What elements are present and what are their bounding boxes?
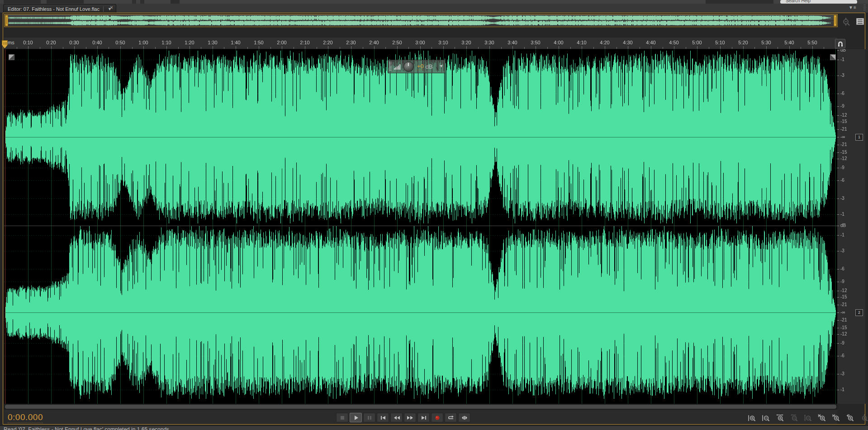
channel-1-button[interactable]: 1 [855, 134, 863, 141]
amplitude-scale[interactable]: dB-1-3-6-9-12-15-21-∞-21-15-12-9-6-3-11d… [837, 49, 865, 404]
db-tick [837, 356, 839, 356]
zoom-out-amplitude-button[interactable] [760, 413, 771, 422]
db-tick [837, 312, 839, 313]
ruler-label: 0:30 [67, 40, 81, 45]
db-label: dB [840, 49, 846, 52]
db-label: -21 [840, 302, 847, 307]
zoom-in-time-button[interactable] [774, 413, 785, 422]
playhead-line[interactable] [5, 49, 5, 404]
toolbar-icon[interactable] [140, 0, 144, 4]
ruler-label: 4:10 [575, 40, 588, 45]
pause-button[interactable] [363, 413, 375, 422]
ruler-label: 5:10 [713, 40, 727, 45]
audition-editor-window: Search Help Editor: 07. Faithless - Not … [0, 0, 868, 430]
snap-magnet-button[interactable] [835, 39, 845, 48]
zoom-to-selection-button[interactable] [844, 413, 855, 422]
zoom-at-out-point-button[interactable] [830, 413, 841, 422]
scrollbar-thumb[interactable] [5, 405, 836, 409]
overview-range-handle-right[interactable] [834, 15, 837, 26]
overview-strip[interactable] [4, 14, 838, 27]
db-tick [837, 129, 839, 130]
ruler-label: 4:40 [644, 40, 658, 45]
search-help-label: Search Help [786, 0, 811, 3]
skip-to-next-button[interactable] [417, 413, 430, 422]
db-tick [837, 269, 839, 269]
db-label: -1 [840, 212, 844, 217]
toolbar-grip[interactable] [1, 0, 3, 4]
workspace-dropdown[interactable] [706, 0, 773, 4]
ruler-label: 4:20 [598, 40, 612, 45]
db-tick [837, 374, 839, 374]
rewind-button[interactable] [390, 413, 403, 422]
reset-zoom-button[interactable] [859, 413, 868, 422]
db-tick [837, 76, 839, 76]
horizontal-scrollbar[interactable] [4, 404, 837, 410]
db-label: -1 [840, 232, 844, 237]
tab-editor[interactable]: Editor: 07. Faithless - Not Ennuf Love.f… [3, 4, 116, 13]
overview-waveform[interactable] [7, 15, 835, 26]
db-tick [837, 115, 839, 116]
ruler-label: 3:30 [483, 40, 496, 45]
waveform-canvas[interactable] [4, 49, 837, 404]
stop-button[interactable] [336, 413, 348, 422]
ruler-label: 3:00 [413, 40, 427, 45]
db-label: -3 [840, 248, 844, 253]
gain-knob[interactable] [403, 61, 414, 72]
db-label: -6 [840, 353, 844, 358]
edit-boundary-icon-left[interactable] [9, 54, 14, 60]
hud-pin-icon[interactable]: ➤ [436, 62, 444, 71]
hud-drag-handle-icon[interactable] [389, 62, 392, 71]
db-tick [837, 328, 839, 328]
panel-grip[interactable] [863, 5, 866, 11]
ruler-label: 3:50 [529, 40, 542, 45]
db-label: -15 [840, 294, 847, 299]
db-tick [837, 214, 839, 215]
toolbar-button[interactable] [4, 0, 41, 4]
db-tick [837, 94, 839, 94]
db-tick [837, 60, 839, 60]
play-button[interactable] [350, 413, 362, 422]
search-help-field[interactable]: Search Help [780, 0, 857, 4]
zoom-out-time-button[interactable] [788, 413, 799, 422]
gain-value[interactable]: +0 [417, 63, 424, 70]
db-label: dB [840, 223, 846, 228]
db-tick [837, 137, 839, 137]
overview-range-handle-left[interactable] [5, 15, 8, 26]
fast-forward-button[interactable] [404, 413, 416, 422]
skip-selection-button[interactable] [458, 413, 470, 422]
record-button[interactable] [431, 413, 443, 422]
zoom-at-in-point-button[interactable] [816, 413, 827, 422]
db-tick [837, 291, 839, 291]
tab-separator [103, 6, 104, 12]
ruler-label: 2:50 [390, 40, 404, 45]
close-icon[interactable]: × [110, 5, 113, 10]
ruler-label: 1:40 [229, 40, 242, 45]
loop-playback-button[interactable] [445, 413, 457, 422]
zoom-out-full-button[interactable] [802, 413, 813, 422]
ruler-label: 4:50 [667, 40, 681, 45]
zoom-in-amplitude-button[interactable] [746, 413, 757, 422]
time-ruler[interactable]: hms 0:100:200:300:400:501:001:101:201:30… [4, 38, 837, 49]
zoom-out-full-icon[interactable] [841, 17, 852, 27]
ruler-label: 1:20 [183, 40, 196, 45]
volume-hud[interactable]: +0 dB ➤ [388, 60, 446, 73]
edit-boundary-icon-right[interactable] [830, 54, 836, 60]
waveform-display[interactable]: +0 dB ➤ [4, 49, 837, 404]
panel-menu-icon[interactable]: ▼≡ [849, 5, 857, 10]
toolbar-button[interactable] [171, 0, 180, 4]
ruler-label: 2:00 [275, 40, 289, 45]
db-label: -9 [840, 165, 844, 170]
status-bar: Read '07. Faithless - Not Ennuf Love.fla… [0, 425, 868, 430]
db-label: -15 [840, 119, 847, 124]
db-label: -1 [840, 57, 844, 62]
db-label: -3 [840, 371, 844, 376]
ruler-label: 3:20 [460, 40, 473, 45]
channel-2-button[interactable]: 2 [855, 309, 863, 316]
time-display[interactable]: 0:00.000 [8, 412, 43, 423]
ruler-label: 3:40 [506, 40, 519, 45]
overview-options-icon[interactable] [856, 18, 864, 25]
skip-to-previous-button[interactable] [377, 413, 389, 422]
toolbar-button[interactable] [47, 0, 84, 4]
db-label: -15 [840, 150, 847, 155]
toolbar-icon[interactable] [132, 0, 136, 4]
